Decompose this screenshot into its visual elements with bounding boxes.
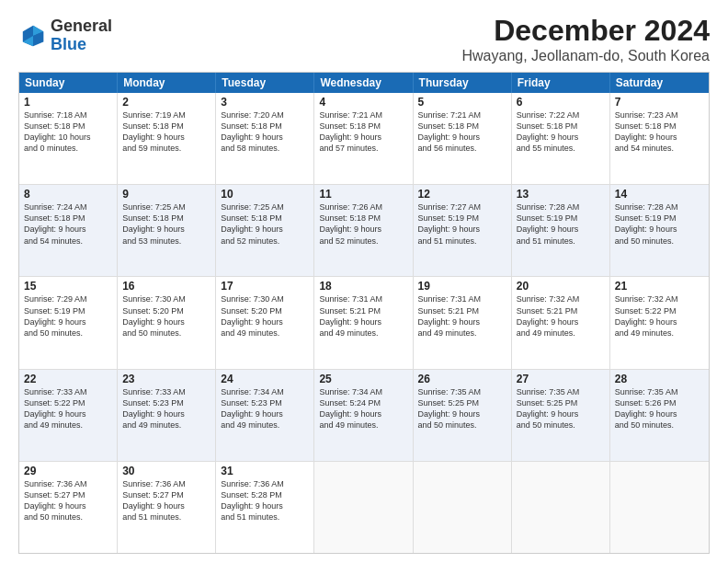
cell-dec6: 6 Sunrise: 7:22 AMSunset: 5:18 PMDayligh… (512, 93, 610, 184)
title-section: December 2024 Hwayang, Jeollanam-do, Sou… (462, 14, 711, 64)
cell-dec21: 21 Sunrise: 7:32 AMSunset: 5:22 PMDaylig… (610, 277, 709, 368)
logo: General Blue (18, 17, 112, 54)
page-title: December 2024 (462, 14, 711, 48)
header-sunday: Sunday (19, 73, 118, 93)
header-tuesday: Tuesday (216, 73, 314, 93)
calendar-body: 1 Sunrise: 7:18 AMSunset: 5:18 PMDayligh… (19, 93, 709, 553)
calendar-page: General Blue December 2024 Hwayang, Jeol… (0, 0, 728, 563)
cell-dec20: 20 Sunrise: 7:32 AMSunset: 5:21 PMDaylig… (512, 277, 610, 368)
cell-dec23: 23 Sunrise: 7:33 AMSunset: 5:23 PMDaylig… (118, 370, 216, 461)
cell-dec10: 10 Sunrise: 7:25 AMSunset: 5:18 PMDaylig… (216, 185, 314, 276)
header-friday: Friday (512, 73, 610, 93)
cell-dec11: 11 Sunrise: 7:26 AMSunset: 5:18 PMDaylig… (314, 185, 413, 276)
cell-dec24: 24 Sunrise: 7:34 AMSunset: 5:23 PMDaylig… (216, 370, 314, 461)
cell-dec29: 29 Sunrise: 7:36 AMSunset: 5:27 PMDaylig… (19, 462, 118, 553)
header-saturday: Saturday (610, 73, 709, 93)
cell-dec25: 25 Sunrise: 7:34 AMSunset: 5:24 PMDaylig… (314, 370, 413, 461)
cell-dec28: 28 Sunrise: 7:35 AMSunset: 5:26 PMDaylig… (610, 370, 709, 461)
cell-dec8: 8 Sunrise: 7:24 AMSunset: 5:18 PMDayligh… (19, 185, 118, 276)
cell-dec27: 27 Sunrise: 7:35 AMSunset: 5:25 PMDaylig… (512, 370, 610, 461)
calendar-header: Sunday Monday Tuesday Wednesday Thursday… (19, 73, 709, 93)
cell-dec7: 7 Sunrise: 7:23 AMSunset: 5:18 PMDayligh… (610, 93, 709, 184)
cell-dec12: 12 Sunrise: 7:27 AMSunset: 5:19 PMDaylig… (414, 185, 512, 276)
cell-dec3: 3 Sunrise: 7:20 AMSunset: 5:18 PMDayligh… (216, 93, 314, 184)
cell-dec31: 31 Sunrise: 7:36 AMSunset: 5:28 PMDaylig… (216, 462, 314, 553)
cell-empty-2 (414, 462, 512, 553)
header: General Blue December 2024 Hwayang, Jeol… (18, 14, 710, 64)
cell-dec14: 14 Sunrise: 7:28 AMSunset: 5:19 PMDaylig… (610, 185, 709, 276)
week-4: 22 Sunrise: 7:33 AMSunset: 5:22 PMDaylig… (19, 370, 709, 462)
logo-icon (20, 23, 46, 49)
cell-dec22: 22 Sunrise: 7:33 AMSunset: 5:22 PMDaylig… (19, 370, 118, 461)
cell-empty-1 (314, 462, 413, 553)
week-5: 29 Sunrise: 7:36 AMSunset: 5:27 PMDaylig… (19, 462, 709, 553)
cell-dec15: 15 Sunrise: 7:29 AMSunset: 5:19 PMDaylig… (19, 277, 118, 368)
header-monday: Monday (118, 73, 216, 93)
cell-dec5: 5 Sunrise: 7:21 AMSunset: 5:18 PMDayligh… (414, 93, 512, 184)
cell-dec18: 18 Sunrise: 7:31 AMSunset: 5:21 PMDaylig… (314, 277, 413, 368)
cell-empty-3 (512, 462, 610, 553)
cell-dec26: 26 Sunrise: 7:35 AMSunset: 5:25 PMDaylig… (414, 370, 512, 461)
week-2: 8 Sunrise: 7:24 AMSunset: 5:18 PMDayligh… (19, 185, 709, 277)
cell-dec4: 4 Sunrise: 7:21 AMSunset: 5:18 PMDayligh… (314, 93, 413, 184)
cell-dec30: 30 Sunrise: 7:36 AMSunset: 5:27 PMDaylig… (118, 462, 216, 553)
cell-dec9: 9 Sunrise: 7:25 AMSunset: 5:18 PMDayligh… (118, 185, 216, 276)
cell-dec19: 19 Sunrise: 7:31 AMSunset: 5:21 PMDaylig… (414, 277, 512, 368)
cell-empty-4 (610, 462, 709, 553)
header-thursday: Thursday (414, 73, 512, 93)
cell-dec2: 2 Sunrise: 7:19 AMSunset: 5:18 PMDayligh… (118, 93, 216, 184)
page-subtitle: Hwayang, Jeollanam-do, South Korea (462, 48, 711, 64)
cell-dec1: 1 Sunrise: 7:18 AMSunset: 5:18 PMDayligh… (19, 93, 118, 184)
calendar: Sunday Monday Tuesday Wednesday Thursday… (18, 72, 710, 554)
header-wednesday: Wednesday (314, 73, 413, 93)
week-1: 1 Sunrise: 7:18 AMSunset: 5:18 PMDayligh… (19, 93, 709, 185)
cell-dec16: 16 Sunrise: 7:30 AMSunset: 5:20 PMDaylig… (118, 277, 216, 368)
cell-dec13: 13 Sunrise: 7:28 AMSunset: 5:19 PMDaylig… (512, 185, 610, 276)
logo-text: General Blue (51, 17, 112, 54)
week-3: 15 Sunrise: 7:29 AMSunset: 5:19 PMDaylig… (19, 277, 709, 369)
cell-dec17: 17 Sunrise: 7:30 AMSunset: 5:20 PMDaylig… (216, 277, 314, 368)
